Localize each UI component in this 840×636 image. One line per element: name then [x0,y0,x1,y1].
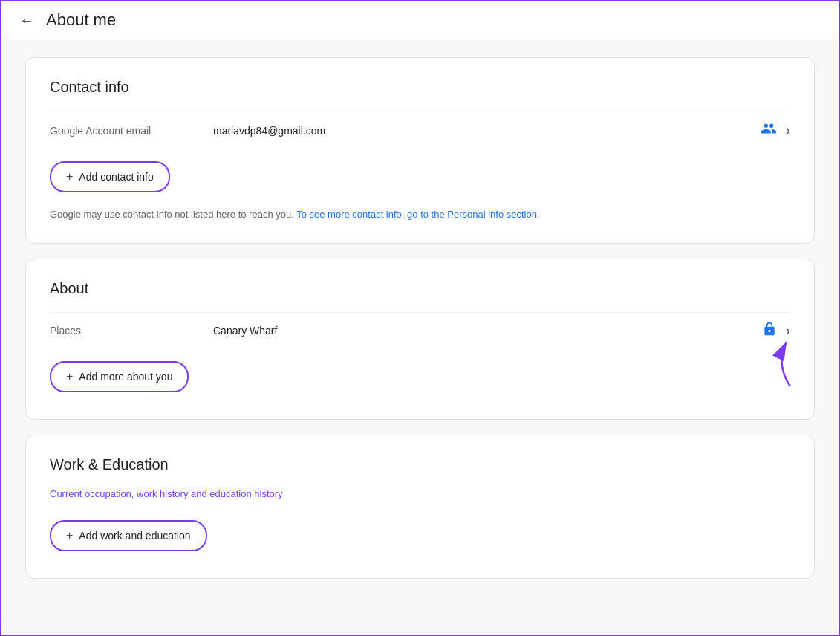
places-label: Places [50,325,213,337]
personal-info-link[interactable]: To see more contact info, go to the Pers… [296,209,539,220]
about-card: About Places Canary Wharf › [25,259,815,420]
page-title: About me [46,10,116,30]
email-row-icons: › [761,120,790,140]
arrow-annotation [753,334,798,394]
work-education-title: Work & Education [50,456,790,473]
page-header: ← About me [1,1,839,39]
contact-info-notice: Google may use contact info not listed h… [50,207,790,222]
email-value: mariavdp84@gmail.com [213,125,761,137]
email-row[interactable]: Google Account email mariavdp84@gmail.co… [50,111,790,149]
add-work-education-button[interactable]: + Add work and education [50,520,207,551]
plus-icon-2: + [66,370,73,383]
about-title: About [50,280,790,297]
add-more-about-label: Add more about you [79,371,172,383]
email-label: Google Account email [50,125,213,137]
work-subtitle: Current occupation, work history and edu… [50,488,790,499]
work-education-card: Work & Education Current occupation, wor… [25,435,815,579]
places-row-wrapper: Places Canary Wharf › [50,312,790,349]
plus-icon-3: + [66,529,73,542]
contact-info-card: Contact info Google Account email mariav… [25,57,815,244]
plus-icon: + [66,170,73,184]
main-content: Contact info Google Account email mariav… [1,39,839,597]
add-more-about-button[interactable]: + Add more about you [50,361,189,392]
back-button[interactable]: ← [19,12,34,29]
add-work-education-label: Add work and education [79,530,190,542]
places-value: Canary Wharf [213,325,762,337]
add-contact-info-button[interactable]: + Add contact info [50,161,170,192]
add-contact-info-label: Add contact info [79,171,153,183]
places-row[interactable]: Places Canary Wharf › [50,312,790,349]
contact-info-title: Contact info [50,79,790,96]
email-chevron-icon: › [786,123,790,138]
people-icon [761,120,777,140]
